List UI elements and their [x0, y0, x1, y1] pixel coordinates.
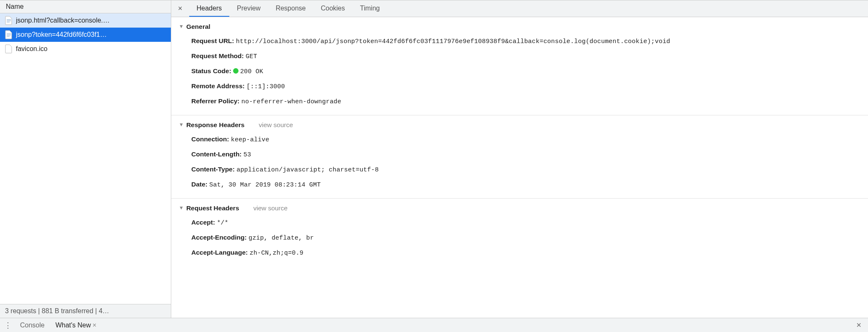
- header-row: Connection: keep-alive: [191, 132, 868, 147]
- header-value: GET: [246, 53, 257, 60]
- request-row[interactable]: jsonp.html?callback=console.…: [0, 13, 171, 28]
- header-value: zh-CN,zh;q=0.9: [250, 250, 304, 257]
- header-row: Accept-Language: zh-CN,zh;q=0.9: [191, 245, 868, 260]
- header-key: Content-Length:: [191, 151, 242, 158]
- svg-rect-4: [7, 35, 11, 35]
- section-request-headers: ▼ Request Headers view source Accept: */…: [171, 199, 868, 266]
- section-response-headers-label: Response Headers: [186, 121, 245, 129]
- header-value: http://localhost:3000/api/jsonp?token=44…: [236, 38, 670, 45]
- tab-preview[interactable]: Preview: [229, 0, 268, 17]
- drawer-menu-icon[interactable]: ⋮: [4, 321, 13, 330]
- header-key: Status Code:: [191, 67, 231, 74]
- header-key: Content-Type:: [191, 166, 235, 173]
- header-row: Date: Sat, 30 Mar 2019 08:23:14 GMT: [191, 177, 868, 192]
- header-key: Request URL:: [191, 37, 234, 44]
- header-row: Request URL: http://localhost:3000/api/j…: [191, 34, 868, 49]
- request-row[interactable]: jsonp?token=442fd6f6fc03f1…: [0, 28, 171, 42]
- header-value: 200 OK: [240, 68, 263, 75]
- network-request-sidebar: Name jsonp.html?callback=console.… jsonp…: [0, 0, 171, 318]
- empty-icon: [5, 44, 13, 54]
- header-value: application/javascript; charset=utf-8: [236, 166, 378, 174]
- tab-headers[interactable]: Headers: [189, 0, 229, 17]
- section-general-title[interactable]: ▼ General: [171, 21, 868, 32]
- sidebar-summary: 3 requests | 881 B transferred | 4…: [0, 304, 171, 318]
- header-row: Status Code: 200 OK: [191, 64, 868, 79]
- header-row: Request Method: GET: [191, 49, 868, 64]
- header-key: Referrer Policy:: [191, 97, 239, 105]
- header-value: 53: [244, 151, 251, 158]
- header-key: Date:: [191, 181, 208, 188]
- caret-down-icon: ▼: [179, 122, 184, 128]
- caret-down-icon: ▼: [179, 205, 184, 211]
- header-row: Content-Length: 53: [191, 147, 868, 162]
- header-row: Accept: */*: [191, 215, 868, 230]
- header-key: Request Method:: [191, 52, 244, 59]
- drawer-tab-label: What's New: [56, 322, 91, 329]
- request-row-label: jsonp.html?callback=console.…: [16, 17, 110, 24]
- drawer-tab-console[interactable]: Console: [19, 320, 46, 331]
- header-row: Referrer Policy: no-referrer-when-downgr…: [191, 94, 868, 109]
- section-request-headers-label: Request Headers: [186, 204, 239, 212]
- detail-tabstrip: × HeadersPreviewResponseCookiesTiming: [171, 0, 868, 17]
- tab-timing[interactable]: Timing: [353, 0, 387, 17]
- header-value: Sat, 30 Mar 2019 08:23:14 GMT: [209, 181, 321, 189]
- sidebar-header-name[interactable]: Name: [0, 0, 171, 13]
- svg-rect-2: [7, 22, 10, 22]
- svg-rect-1: [7, 20, 11, 21]
- header-key: Connection:: [191, 135, 229, 143]
- request-row-label: jsonp?token=442fd6f6fc03f1…: [16, 31, 107, 38]
- header-value: [::1]:3000: [246, 83, 285, 90]
- svg-rect-5: [7, 36, 10, 36]
- tab-response[interactable]: Response: [268, 0, 313, 17]
- file-icon: [5, 16, 13, 25]
- request-detail-pane: × HeadersPreviewResponseCookiesTiming ▼ …: [171, 0, 868, 318]
- section-general-label: General: [186, 23, 211, 31]
- drawer-close-button[interactable]: ×: [856, 320, 864, 330]
- status-dot-icon: [233, 68, 239, 74]
- header-value: gzip, deflate, br: [249, 235, 314, 242]
- file-icon: [5, 30, 13, 39]
- header-value: no-referrer-when-downgrade: [241, 98, 341, 105]
- header-key: Remote Address:: [191, 82, 245, 89]
- header-value: */*: [217, 220, 228, 227]
- close-icon[interactable]: ×: [93, 322, 96, 329]
- section-response-headers: ▼ Response Headers view source Connectio…: [171, 115, 868, 199]
- request-row[interactable]: favicon.ico: [0, 42, 171, 56]
- tab-cookies[interactable]: Cookies: [313, 0, 353, 17]
- section-request-headers-title[interactable]: ▼ Request Headers view source: [171, 203, 868, 214]
- request-list: jsonp.html?callback=console.… jsonp?toke…: [0, 13, 171, 304]
- drawer-tab-what-s-new[interactable]: What's New×: [55, 320, 97, 331]
- request-row-label: favicon.ico: [16, 45, 48, 53]
- section-response-headers-title[interactable]: ▼ Response Headers view source: [171, 120, 868, 130]
- svg-rect-0: [7, 19, 11, 20]
- header-key: Accept-Encoding:: [191, 234, 247, 241]
- header-row: Accept-Encoding: gzip, deflate, br: [191, 230, 868, 245]
- view-source-link[interactable]: view source: [254, 204, 288, 212]
- section-general: ▼ General Request URL: http://localhost:…: [171, 17, 868, 115]
- caret-down-icon: ▼: [179, 23, 184, 29]
- svg-rect-3: [7, 33, 11, 34]
- headers-body: ▼ General Request URL: http://localhost:…: [171, 17, 868, 318]
- drawer-tab-label: Console: [20, 322, 45, 329]
- header-key: Accept:: [191, 219, 215, 226]
- header-value: keep-alive: [231, 136, 269, 143]
- close-detail-button[interactable]: ×: [174, 2, 188, 15]
- header-row: Remote Address: [::1]:3000: [191, 79, 868, 94]
- console-drawer: ⋮ ConsoleWhat's New× ×: [0, 318, 868, 332]
- view-source-link[interactable]: view source: [259, 121, 293, 129]
- header-row: Content-Type: application/javascript; ch…: [191, 162, 868, 177]
- header-key: Accept-Language:: [191, 249, 248, 256]
